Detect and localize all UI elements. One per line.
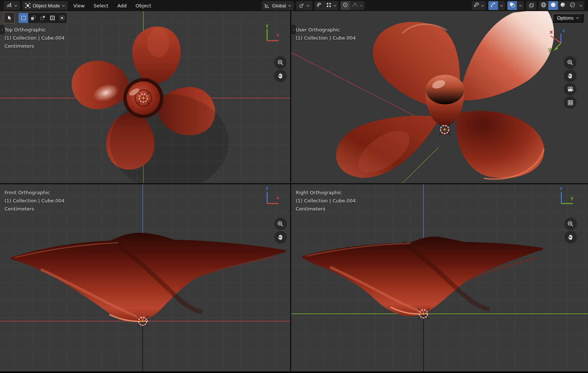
gizmo-axis-label-x: x — [550, 29, 553, 34]
solid-icon — [550, 2, 556, 9]
camera-view-button[interactable] — [564, 83, 577, 95]
shading-wireframe-button[interactable] — [539, 1, 548, 10]
visibility-group — [472, 1, 486, 10]
viewport-right[interactable]: Right Orthographic (1) Collection | Cube… — [291, 184, 588, 372]
viewport-top[interactable]: › Top Orthographic (1) Collection | Cube… — [0, 11, 290, 183]
viewport-header: Object Mode View Select Add Object Globa… — [0, 0, 588, 11]
axis-gizmo[interactable]: z y — [556, 189, 574, 206]
show-overlays-button[interactable] — [507, 1, 517, 10]
axis-gizmo[interactable]: x z y — [547, 30, 568, 51]
snapping-group — [315, 1, 338, 10]
tool-overlay — [4, 12, 67, 23]
zoom-button[interactable] — [564, 218, 577, 230]
select-mode-intersect-button[interactable] — [57, 13, 67, 23]
cursor-3d — [136, 91, 151, 105]
proportional-editing-icon — [342, 2, 348, 9]
visibility-eye-icon — [474, 2, 479, 9]
chevron-down-icon — [579, 4, 582, 7]
rendered-icon — [569, 2, 575, 9]
pivot-point-button[interactable] — [296, 1, 312, 10]
chevron-down-icon — [288, 4, 291, 7]
pan-button[interactable] — [274, 70, 287, 82]
pan-button[interactable] — [564, 231, 577, 243]
xray-toggle-button[interactable] — [526, 1, 536, 10]
viewport-title: Top Orthographic — [4, 26, 46, 34]
shading-material-button[interactable] — [558, 1, 568, 10]
select-mode-subtract-button[interactable] — [38, 13, 47, 23]
proportional-editing-button[interactable] — [340, 1, 350, 10]
transform-orientation-icon — [264, 3, 270, 9]
perspective-grid-icon — [567, 100, 574, 106]
chevron-down-icon — [359, 4, 363, 7]
mode-selector-label: Object Mode — [33, 3, 60, 9]
viewport-divider-horizontal[interactable] — [0, 183, 588, 184]
editor-type-button[interactable] — [4, 1, 20, 10]
falloff-curve-button[interactable] — [350, 1, 365, 10]
options-button[interactable]: Options — [552, 13, 584, 23]
select-mode-group — [19, 13, 67, 23]
shading-rendered-button[interactable] — [568, 1, 577, 10]
menu-object[interactable]: Object — [132, 1, 155, 10]
gizmo-axis-label-x: x — [276, 195, 279, 201]
active-tool-select-box[interactable] — [4, 12, 15, 23]
zoom-icon — [277, 221, 284, 227]
gizmo-axis-label-y: y — [571, 195, 574, 201]
viewport-units: Centimeters — [296, 205, 325, 213]
zoom-button[interactable] — [274, 218, 287, 230]
cursor-3d — [416, 306, 431, 321]
show-gizmo-button[interactable] — [488, 1, 498, 10]
overlays-icon — [509, 2, 515, 9]
perspective-toggle-button[interactable] — [564, 96, 577, 109]
axis-gizmo[interactable]: z x — [262, 189, 280, 206]
gizmo-axis-label-x: x — [276, 33, 279, 38]
mode-selector-button[interactable]: Object Mode — [22, 1, 68, 10]
viewport-title: Right Orthographic — [296, 189, 342, 197]
propeller-object-right-view[interactable] — [291, 184, 588, 372]
shading-dropdown-button[interactable] — [577, 1, 584, 10]
options-label: Options — [557, 15, 574, 21]
viewport-units: Centimeters — [4, 205, 34, 213]
pan-hand-icon — [567, 234, 574, 241]
viewport-user[interactable]: Options › User Orthographic (1) Collecti… — [291, 11, 588, 183]
select-cursor-icon — [6, 15, 12, 21]
pan-button[interactable] — [274, 231, 287, 243]
pan-hand-icon — [567, 73, 574, 79]
overlays-dropdown-button[interactable] — [517, 1, 524, 10]
gizmo-axis-label-z: z — [266, 186, 268, 191]
menu-add[interactable]: Add — [114, 1, 130, 10]
menu-select[interactable]: Select — [90, 1, 112, 10]
shading-solid-button[interactable] — [548, 1, 558, 10]
axis-gizmo[interactable]: y x — [262, 26, 280, 43]
snap-target-button[interactable] — [324, 1, 338, 10]
gizmo-icon — [490, 2, 496, 9]
pan-button[interactable] — [564, 70, 577, 82]
viewport-divider-vertical[interactable] — [290, 11, 291, 372]
select-mode-set-button[interactable] — [19, 13, 28, 23]
zoom-button[interactable] — [564, 56, 577, 69]
overlays-group — [507, 1, 524, 10]
pan-hand-icon — [277, 73, 284, 79]
snap-toggle-button[interactable] — [315, 1, 324, 10]
blender-window: Object Mode View Select Add Object Globa… — [0, 0, 588, 373]
chevron-down-icon — [519, 4, 522, 7]
visibility-toggle-button[interactable] — [472, 1, 486, 10]
transform-orientation-button[interactable]: Global — [262, 1, 294, 10]
menu-view[interactable]: View — [70, 1, 88, 10]
select-mode-extend-button[interactable] — [28, 13, 38, 23]
material-preview-icon — [560, 2, 566, 9]
chevron-down-icon — [306, 4, 310, 7]
zoom-icon — [567, 59, 574, 66]
select-mode-invert-button[interactable] — [47, 13, 57, 23]
zoom-button[interactable] — [274, 56, 287, 69]
propeller-object-front-view[interactable] — [0, 184, 290, 372]
chevron-down-icon — [62, 4, 65, 7]
viewport-context: (1) Collection | Cube.004 — [296, 34, 356, 42]
viewport-title: Front Orthographic — [4, 189, 50, 197]
wireframe-icon — [541, 2, 547, 9]
chevron-down-icon — [14, 4, 17, 7]
viewport-front[interactable]: Front Orthographic (1) Collection | Cube… — [0, 184, 290, 372]
viewport-editor-icon — [6, 3, 12, 9]
gizmo-axis-label-y: y — [548, 47, 551, 52]
gizmo-axis-label-z: z — [562, 28, 565, 33]
gizmo-dropdown-button[interactable] — [498, 1, 505, 10]
